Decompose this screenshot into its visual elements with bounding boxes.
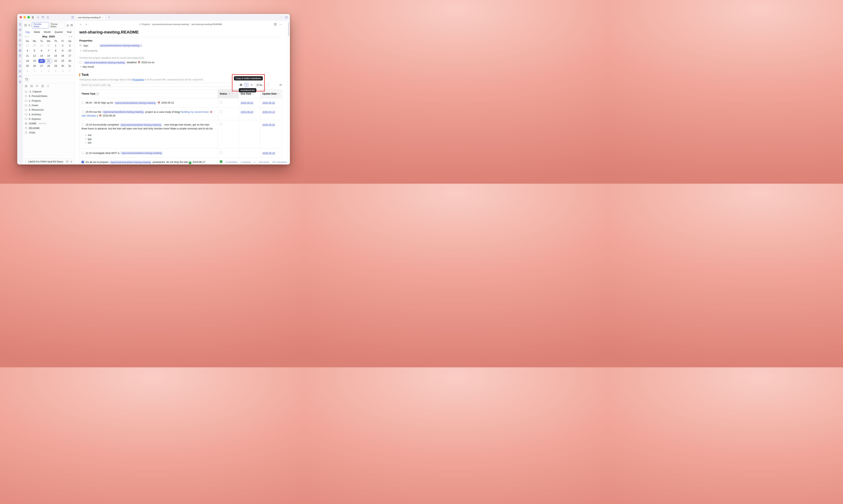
due-date-link[interactable]: 2023-06-20 bbox=[241, 111, 253, 113]
task-checkbox[interactable] bbox=[82, 111, 84, 113]
calendar-day[interactable]: 22 bbox=[52, 58, 59, 64]
update-date-link[interactable]: 2025-05-20 bbox=[262, 152, 275, 155]
tag-pill[interactable]: #personal-brand/wot-sharing-meeting bbox=[120, 151, 163, 155]
zoom-window-button[interactable] bbox=[28, 16, 30, 18]
calendar-day[interactable]: 5 bbox=[52, 69, 59, 74]
internal-link[interactable]: with Obsidian bbox=[82, 114, 96, 117]
file-explorer-tab[interactable] bbox=[24, 77, 29, 82]
status-checkbox[interactable] bbox=[220, 151, 222, 154]
minimize-window-button[interactable] bbox=[23, 16, 26, 18]
tree-item[interactable]: 3. Resources bbox=[24, 108, 73, 112]
tree-item[interactable]: TASK bbox=[24, 130, 73, 135]
new-note-icon[interactable] bbox=[25, 85, 28, 88]
view-tab-week[interactable]: Week bbox=[34, 31, 40, 34]
collapse-all-icon[interactable] bbox=[47, 85, 50, 88]
calendar-day[interactable]: 16 bbox=[59, 53, 66, 58]
calendar-day[interactable]: 26 bbox=[31, 64, 38, 69]
property-count[interactable]: 1 property bbox=[240, 161, 251, 163]
calendar-day[interactable]: 30 bbox=[59, 64, 66, 69]
calendar-day[interactable]: 6 bbox=[59, 69, 66, 74]
properties-link[interactable]: Properties bbox=[132, 78, 144, 81]
task-checkbox[interactable] bbox=[82, 152, 84, 154]
vault-settings-icon[interactable] bbox=[70, 160, 73, 163]
tree-item[interactable]: 4. Archives bbox=[24, 112, 73, 116]
dashboard-icon[interactable] bbox=[18, 49, 21, 52]
calendar-day[interactable]: 30 bbox=[45, 43, 52, 48]
tree-item[interactable]: 1. Projects bbox=[24, 98, 73, 103]
sort-icon[interactable] bbox=[36, 85, 39, 88]
prev-year-button[interactable]: « bbox=[24, 35, 27, 38]
file-search-icon[interactable] bbox=[18, 39, 21, 42]
calendar-icon[interactable] bbox=[70, 24, 73, 26]
calendar-day[interactable]: 27 bbox=[38, 64, 45, 69]
tag-pill[interactable]: #personal-brand/wot-sharing-meeting bbox=[114, 101, 157, 105]
calendar-day[interactable]: 21 bbox=[45, 58, 52, 64]
tree-item[interactable]: 5. Express bbox=[24, 117, 73, 121]
calendar-day[interactable]: 8 bbox=[52, 48, 59, 53]
add-task-icon[interactable] bbox=[250, 84, 253, 86]
column-header-theme-task[interactable]: Theme Task? bbox=[79, 89, 218, 98]
tree-item[interactable]: 2. Areas bbox=[24, 103, 73, 108]
calendar-day[interactable]: 9 bbox=[59, 48, 66, 53]
tag-pill[interactable]: personal-brand/wot-sharing-meeting× bbox=[99, 44, 143, 47]
tag-pill[interactable]: #personal-brand/wot-sharing-meeting bbox=[120, 123, 162, 126]
backlinks-count[interactable]: 11 backlinks bbox=[226, 161, 238, 163]
tree-item[interactable]: README bbox=[24, 126, 73, 130]
help-icon[interactable]: ? bbox=[96, 93, 99, 95]
scrollbar-thumb[interactable] bbox=[288, 22, 289, 36]
next-year-button[interactable]: » bbox=[70, 35, 73, 38]
graph-icon[interactable] bbox=[18, 44, 21, 47]
help-icon[interactable]: ? bbox=[24, 24, 27, 26]
tasks-icon[interactable] bbox=[18, 33, 21, 36]
daily-note-icon[interactable] bbox=[18, 28, 21, 31]
calendar-day[interactable]: 6 bbox=[38, 48, 45, 53]
calendar-day[interactable]: 20 bbox=[38, 58, 45, 64]
due-date-link[interactable]: 2025-05-22 bbox=[241, 102, 253, 104]
tab-active[interactable]: wot-sharing-meeting.RE... bbox=[76, 15, 105, 20]
tree-item[interactable]: 0. PeriodicNotes bbox=[24, 94, 73, 98]
vault-help-icon[interactable]: ? bbox=[66, 160, 69, 163]
property-key[interactable]: tags bbox=[84, 44, 97, 47]
breadcrumb-item[interactable]: personal-brand-wot-sharing-meeting bbox=[153, 23, 189, 25]
random-note-icon[interactable] bbox=[18, 65, 21, 68]
prev-month-button[interactable]: ‹ bbox=[27, 35, 29, 38]
status-checkbox[interactable] bbox=[220, 110, 222, 113]
calendar-day[interactable]: 25 bbox=[24, 64, 31, 69]
calendar-day[interactable]: 29 bbox=[38, 43, 45, 48]
status-checkbox[interactable] bbox=[220, 101, 222, 104]
tag-pill[interactable]: #personal-brand/wot-sharing-meeting bbox=[83, 61, 126, 64]
templater-icon[interactable]: <% bbox=[18, 75, 21, 78]
status-checkbox[interactable] bbox=[220, 160, 222, 163]
calendar-day[interactable]: 4 bbox=[24, 48, 31, 53]
new-note-button[interactable] bbox=[30, 15, 35, 20]
new-tab-icon[interactable] bbox=[108, 16, 110, 19]
calendar-day[interactable]: 12 bbox=[31, 53, 38, 58]
calendar-day[interactable]: 10 bbox=[66, 48, 73, 53]
calendar-day[interactable]: 5 bbox=[31, 48, 38, 53]
breadcrumb-item[interactable]: 1. Projects bbox=[139, 23, 150, 25]
tab-theme-notes[interactable]: Theme Notes bbox=[49, 22, 65, 29]
calendar-day[interactable]: 3 bbox=[66, 43, 73, 48]
calendar-day[interactable]: 1 bbox=[52, 43, 59, 48]
tab-list-chevron-icon[interactable] bbox=[280, 16, 283, 19]
gear-icon[interactable] bbox=[28, 24, 31, 26]
calendar-icon[interactable] bbox=[18, 54, 21, 57]
collapse-rows-icon[interactable] bbox=[41, 85, 44, 88]
calendar-day[interactable]: 28 bbox=[31, 43, 38, 48]
calendar-day[interactable]: 13 bbox=[38, 53, 45, 58]
calendar-day[interactable]: 28 bbox=[45, 64, 52, 69]
calendar-day[interactable]: 24 bbox=[66, 58, 73, 64]
calendar-day[interactable]: 15 bbox=[52, 53, 59, 58]
view-tab-day[interactable]: Day bbox=[25, 31, 30, 34]
calendar-day[interactable]: 29 bbox=[52, 64, 59, 69]
calendar-day[interactable]: 23 bbox=[59, 58, 66, 64]
view-tab-quarter[interactable]: Quarter bbox=[54, 31, 63, 34]
unordered-list-button[interactable] bbox=[244, 83, 248, 87]
search-icon[interactable] bbox=[37, 16, 39, 19]
calendar-day[interactable]: 19 bbox=[31, 58, 38, 64]
tab-periodic-notes[interactable]: Periodic Notes bbox=[32, 22, 49, 29]
filter-icon[interactable] bbox=[231, 93, 233, 95]
breadcrumb-item[interactable]: wot-sharing-meeting.README bbox=[191, 23, 222, 25]
bookmark-icon[interactable] bbox=[47, 16, 49, 19]
add-property-button[interactable]: Add property bbox=[79, 49, 282, 52]
